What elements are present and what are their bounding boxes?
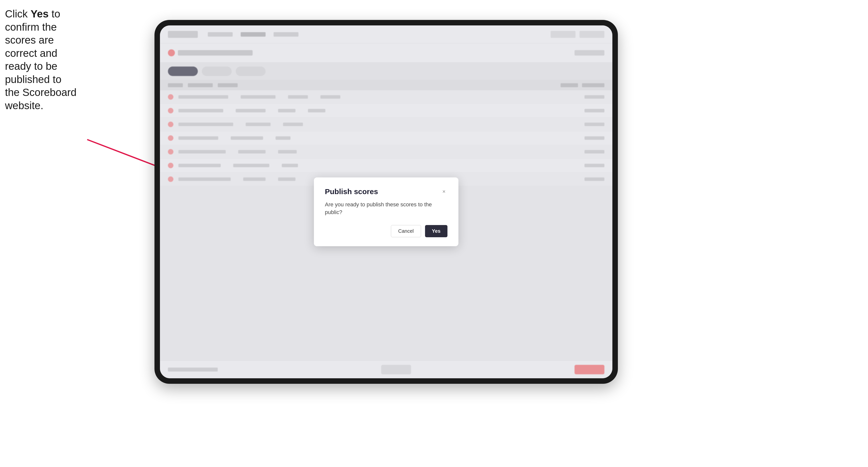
modal-body-text: Are you ready to publish these scores to… <box>325 201 447 216</box>
modal-close-button[interactable]: × <box>440 188 447 195</box>
tablet-screen: Publish scores × Are you ready to publis… <box>160 25 612 378</box>
cancel-button[interactable]: Cancel <box>391 225 421 237</box>
yes-button[interactable]: Yes <box>425 225 447 237</box>
publish-scores-dialog: Publish scores × Are you ready to publis… <box>314 178 458 246</box>
modal-overlay: Publish scores × Are you ready to publis… <box>160 25 612 378</box>
modal-title: Publish scores <box>325 187 378 196</box>
tablet-device: Publish scores × Are you ready to publis… <box>154 20 618 384</box>
bold-yes: Yes <box>31 8 49 20</box>
modal-header: Publish scores × <box>325 187 447 196</box>
modal-footer: Cancel Yes <box>325 225 447 237</box>
instruction-text: Click Yes to confirm the scores are corr… <box>5 7 77 112</box>
